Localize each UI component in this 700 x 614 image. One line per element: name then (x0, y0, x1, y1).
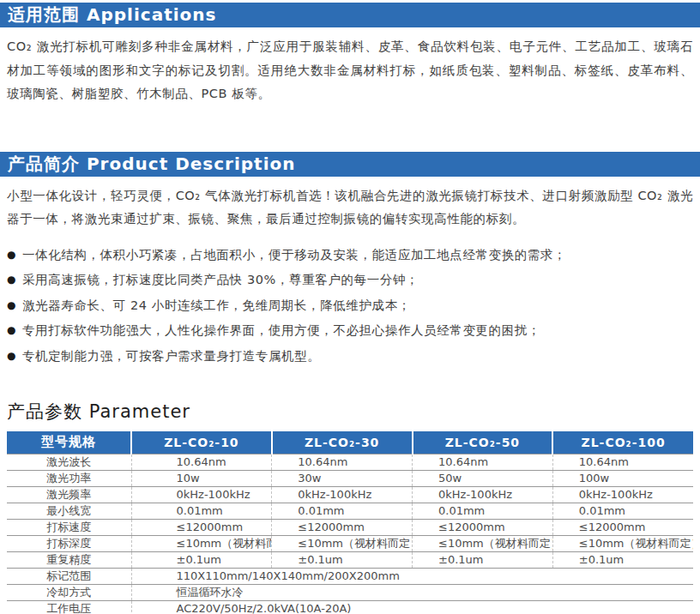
parameters-table: 型号规格ZL-CO₂-10ZL-CO₂-30ZL-CO₂-50ZL-CO₂-10… (7, 431, 693, 614)
value-cell: 10.64nm (413, 454, 553, 470)
table-header-row: 型号规格ZL-CO₂-10ZL-CO₂-30ZL-CO₂-50ZL-CO₂-10… (7, 431, 693, 454)
row-label-cell: 打标深度 (7, 535, 131, 551)
row-label-cell: 激光频率 (7, 486, 131, 503)
value-cell: ≤12000mm (552, 519, 693, 535)
row-label-cell: 最小线宽 (7, 503, 131, 519)
feature-item: 一体化结构，体积小巧紧凑，占地面积小，便于移动及安装，能适应加工地点经常变换的需… (7, 243, 693, 268)
value-cell: 10.64nm (272, 454, 413, 470)
row-label-cell: 标记范围 (7, 568, 131, 584)
table-header-cell-model: ZL-CO₂-30 (272, 431, 413, 454)
value-cell: ≤12000mm (272, 519, 413, 535)
value-cell: ≤10mm（视材料而定） (272, 535, 413, 551)
value-cell: 0.01mm (272, 503, 413, 519)
table-row: 激光波长10.64nm10.64nm10.64nm10.64nm (7, 454, 693, 470)
table-header-cell-model: ZL-CO₂-50 (413, 431, 553, 454)
section-bar-applications: 适用范围 Applications (0, 3, 700, 27)
value-cell: ≤12000mm (413, 519, 553, 535)
applications-section-title: 适用范围 Applications (8, 4, 216, 25)
span-value-cell: AC220V/50Hz/2.0kVA(10A-20A) (131, 600, 693, 614)
value-cell: 0.01mm (131, 503, 272, 519)
feature-item: 采用高速振镜，打标速度比同类产品快 30%，尊重客户的每一分钟； (7, 268, 693, 293)
row-label-cell: 激光功率 (7, 470, 131, 486)
table-row: 激光频率0kHz-100kHz0kHz-100kHz0kHz-100kHz0kH… (7, 486, 693, 503)
section-bar-product-description: 产品简介 Product Description (0, 152, 700, 177)
value-cell: 10.64nm (552, 454, 693, 470)
value-cell: 0kHz-100kHz (413, 486, 553, 503)
parameters-table-head: 型号规格ZL-CO₂-10ZL-CO₂-30ZL-CO₂-50ZL-CO₂-10… (7, 431, 693, 454)
table-header-cell-model: ZL-CO₂-100 (552, 431, 693, 454)
parameters-heading: 产品参数 Parameter (7, 400, 700, 424)
value-cell: 0kHz-100kHz (131, 486, 272, 503)
value-cell: 0kHz-100kHz (272, 486, 413, 503)
description-section-title: 产品简介 Product Description (8, 154, 296, 174)
value-cell: 0.01mm (413, 503, 553, 519)
span-value-cell: 110X110mm/140X140mm/200X200mm (131, 568, 693, 584)
parameters-table-body: 激光波长10.64nm10.64nm10.64nm10.64nm激光功率10w3… (7, 454, 693, 614)
value-cell: ±0.1um (131, 551, 272, 568)
feature-item: 激光器寿命长、可 24 小时连续工作，免维周期长，降低维护成本； (7, 293, 693, 319)
feature-list: 一体化结构，体积小巧紧凑，占地面积小，便于移动及安装，能适应加工地点经常变换的需… (7, 243, 693, 370)
value-cell: 10w (131, 470, 272, 486)
value-cell: ±0.1um (552, 551, 693, 568)
row-label-cell: 打标速度 (7, 519, 131, 535)
applications-body-text: CO₂ 激光打标机可雕刻多种非金属材料，广泛应用于服装辅料、皮革、食品饮料包装、… (7, 35, 693, 106)
table-row: 重复精度±0.1um±0.1um±0.1um±0.1um (7, 551, 693, 568)
row-label-cell: 重复精度 (7, 551, 131, 568)
value-cell: ±0.1um (413, 551, 553, 568)
value-cell: ≤10mm（视材料而定） (552, 535, 693, 551)
row-label-cell: 冷却方式 (7, 584, 131, 600)
value-cell: 0kHz-100kHz (552, 486, 693, 503)
value-cell: 0.01mm (552, 503, 693, 519)
table-row: 打标深度≤10mm（视材料而定）≤10mm（视材料而定）≤10mm（视材料而定）… (7, 535, 693, 551)
table-row: 最小线宽0.01mm0.01mm0.01mm0.01mm (7, 503, 693, 519)
value-cell: ≤12000mm (131, 519, 272, 535)
table-row: 标记范围110X110mm/140X140mm/200X200mm (7, 568, 693, 584)
table-row: 冷却方式恒温循环水冷 (7, 584, 693, 600)
table-header-cell-label: 型号规格 (7, 431, 131, 454)
description-intro-text: 小型一体化设计，轻巧灵便，CO₂ 气体激光打标机首选！该机融合先进的激光振镜打标… (7, 184, 693, 232)
value-cell: 50w (413, 470, 553, 486)
value-cell: ±0.1um (272, 551, 413, 568)
value-cell: ≤10mm（视材料而定） (413, 535, 553, 551)
row-label-cell: 工作电压 (7, 600, 131, 614)
row-label-cell: 激光波长 (7, 454, 131, 470)
value-cell: 10.64nm (131, 454, 272, 470)
feature-item: 专用打标软件功能强大，人性化操作界面，使用方便，不必担心操作人员经常变更的困扰； (7, 318, 693, 344)
table-row: 激光功率10w30w50w100w (7, 470, 693, 486)
feature-item: 专机定制能力强，可按客户需求量身打造专属机型。 (7, 344, 693, 370)
value-cell: ≤10mm（视材料而定） (131, 535, 272, 551)
span-value-cell: 恒温循环水冷 (131, 584, 693, 600)
table-row: 打标速度≤12000mm≤12000mm≤12000mm≤12000mm (7, 519, 693, 535)
table-row: 工作电压AC220V/50Hz/2.0kVA(10A-20A) (7, 600, 693, 614)
value-cell: 30w (272, 470, 413, 486)
value-cell: 100w (552, 470, 693, 486)
table-header-cell-model: ZL-CO₂-10 (131, 431, 272, 454)
